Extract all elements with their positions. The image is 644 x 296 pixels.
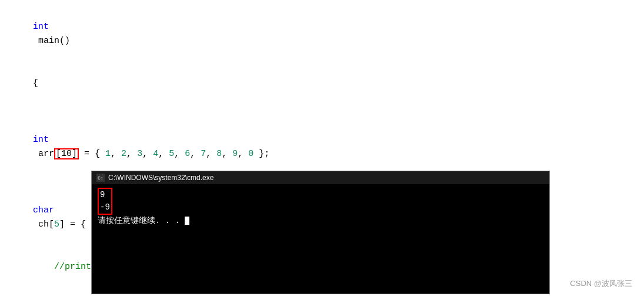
cmd-icon: C: [96, 174, 105, 182]
highlight-arr10: [10] [54, 148, 79, 159]
cmd-prompt-line: 请按任意键继续. . . [98, 215, 543, 227]
cmd-title: C:\WINDOWS\system32\cmd.exe [108, 174, 213, 182]
watermark: CSDN @波风张三 [570, 278, 632, 289]
cmd-cursor [185, 217, 189, 225]
cmd-content: 9 -9 请按任意键继续. . . [92, 184, 549, 291]
code-line-3: int arr[10] = { 1, 2, 3, 4, 5, 6, 7, 8, … [12, 105, 632, 175]
func-main: main() [33, 36, 70, 46]
keyword-int: int [33, 22, 49, 32]
cmd-window: C: C:\WINDOWS\system32\cmd.exe 9 -9 请按任意… [91, 171, 550, 294]
code-line-1: int main() [12, 6, 632, 62]
cmd-output-1: 9 -9 [98, 188, 543, 215]
cmd-titlebar: C: C:\WINDOWS\system32\cmd.exe [92, 171, 549, 184]
code-line-2: { [12, 62, 632, 105]
code-editor: int main() { int arr[10] = { 1, 2, 3, 4,… [0, 0, 644, 296]
output-highlight-box: 9 -9 [98, 188, 112, 215]
svg-text:C:: C: [98, 175, 104, 181]
